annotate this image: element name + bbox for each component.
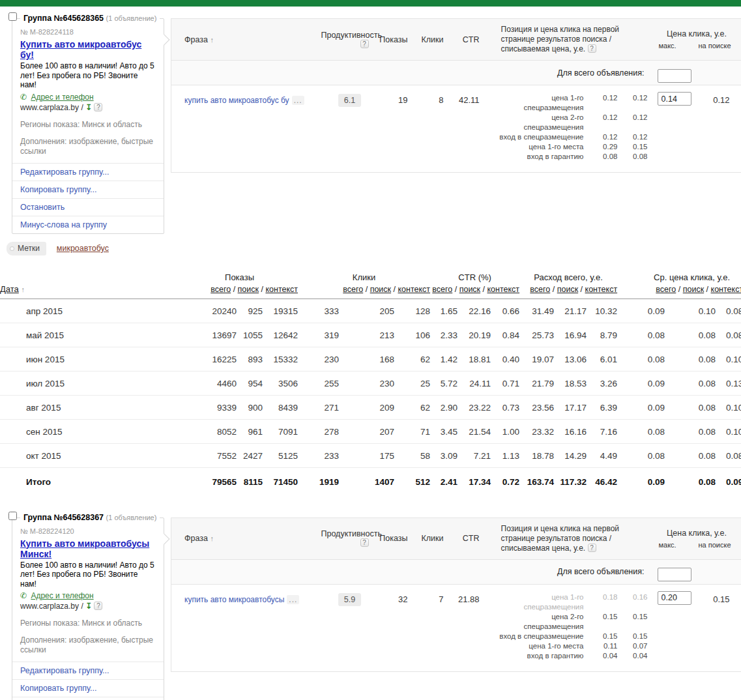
productivity-badge: 5.9 (338, 593, 361, 606)
column-group-ctr: CTR (%) всего / поиск / контекст (430, 265, 519, 299)
phrase-more-menu[interactable]: ... (287, 595, 299, 604)
position-prices: цена 1-го спецразмещения0.180.16 цена 2-… (489, 584, 652, 671)
group1-checkbox[interactable] (8, 12, 17, 21)
stats-total-row: Итого 79565 8115 71450 1919 1407 512 2.4… (0, 467, 741, 495)
link-total[interactable]: всего (343, 285, 363, 294)
clicks-value: 8 (418, 85, 454, 173)
phrase-link[interactable]: купить авто микроавтобусы (184, 595, 284, 604)
subcolumn-on-search: на поиске (698, 42, 731, 50)
column-group-clicks: Клики всего / поиск / контекст (298, 265, 430, 299)
stats-date: май 2015 (0, 323, 181, 347)
monthly-stats-table: Дата ↑ Показы всего / поиск / контекст К… (0, 265, 741, 495)
group2-ad-count: (1 объявление) (106, 514, 157, 521)
ctr-value: 21.88 (454, 584, 489, 671)
help-icon[interactable]: ? (360, 40, 369, 48)
group2-address-phone-link[interactable]: Адрес и телефон (31, 591, 93, 600)
group1-phrase-table: Фраза ↑ Продуктивность ? Показы Клики CT… (171, 18, 741, 173)
group1-card-column: Группа №645628365 (1 объявление) № M-828… (5, 12, 164, 255)
for-all-ad-label: Для всего объявления: (171, 559, 652, 584)
tag-link-mikroavtobus[interactable]: микроавтобус (57, 244, 109, 253)
for-all-ad-label: Для всего объявления: (171, 61, 652, 85)
group1-regions: Регионы показа: Минск и область (20, 120, 156, 129)
clicks-value: 7 (418, 584, 454, 671)
group1-phrase-table-wrap: Фраза ↑ Продуктивность ? Показы Клики CT… (171, 18, 741, 173)
column-header-position: Позиция и цена клика на первой странице … (489, 19, 652, 61)
link-total[interactable]: всего (530, 285, 550, 294)
link-context[interactable]: контекст (585, 285, 618, 294)
help-icon[interactable]: ? (94, 103, 102, 111)
search-price-value: 0.12 (697, 85, 741, 173)
link-search[interactable]: поиск (557, 285, 578, 294)
link-context[interactable]: контекст (487, 285, 520, 294)
group1-additions: Дополнения: изображение, быстрые ссылки (20, 137, 156, 156)
for-all-bid-input[interactable] (658, 69, 691, 83)
subcolumn-on-search: на поиске (698, 541, 731, 549)
date-sort-link[interactable]: Дата (0, 284, 19, 294)
stats-row: окт 2015 7552 2427 5125 233 175 58 3.09 … (0, 443, 741, 467)
column-header-ctr: CTR (454, 518, 489, 559)
stats-row: июл 2015 4460 954 3506 255 230 25 5.72 2… (0, 371, 741, 395)
group2-ad-title-link[interactable]: Купить авто микроавтобусы Минск! (20, 538, 149, 559)
phrase-link[interactable]: купить авто микроавтобус бу (184, 96, 289, 105)
stats-row: авг 2015 9339 900 8439 271 209 62 2.90 2… (0, 395, 741, 419)
group1-card: Группа №645628365 (1 объявление) № M-828… (12, 18, 164, 234)
top-green-bar (0, 0, 741, 7)
group2-checkbox[interactable] (8, 512, 17, 520)
group2-regions: Регионы показа: Минск и область (20, 619, 156, 628)
link-search[interactable]: поиск (459, 285, 480, 294)
group-action-link[interactable]: Остановить (12, 198, 164, 216)
link-context[interactable]: контекст (711, 285, 741, 294)
column-header-click-price: Цена клика, у.е. макс. на поиске (652, 19, 741, 61)
column-group-shows: Показы всего / поиск / контекст (181, 265, 298, 299)
group-action-link[interactable]: Минус-слова на группу (12, 216, 164, 233)
group1-ad-text: Более 100 авто в наличии! Авто до 5 лет!… (20, 61, 156, 90)
help-icon[interactable]: ? (360, 538, 369, 547)
stats-row: апр 2015 20240 925 19315 333 205 128 1.6… (0, 299, 741, 323)
column-header-productivity: Продуктивность ? (321, 19, 379, 61)
group-action-link[interactable]: Остановить (12, 697, 164, 700)
link-search[interactable]: поиск (683, 285, 704, 294)
column-header-phrase[interactable]: Фраза ↑ (171, 518, 321, 559)
group2-title-text: Группа №645628367 (23, 513, 104, 522)
group-action-link[interactable]: Редактировать группу... (12, 662, 164, 679)
column-group-spend: Расход всего, у.е. всего / поиск / конте… (519, 265, 617, 299)
group-section-2: Группа №645628367 (1 объявление) № M-828… (0, 506, 741, 700)
max-bid-input[interactable] (658, 591, 691, 605)
help-icon[interactable]: ? (588, 44, 596, 53)
stats-date: окт 2015 (0, 443, 181, 467)
group1-ad-id: № M-828224118 (20, 28, 156, 36)
link-total[interactable]: всего (656, 285, 676, 294)
group2-ad-text: Более 100 авто в наличии! Авто до 5 лет!… (20, 561, 156, 589)
group1-site-row: www.carplaza.by / ↧ ? (20, 103, 156, 112)
link-context[interactable]: контекст (265, 285, 298, 294)
vcard-download-icon[interactable]: ↧ (85, 103, 92, 112)
link-total[interactable]: всего (211, 285, 231, 294)
for-all-bid-input[interactable] (658, 568, 691, 581)
column-header-shows: Показы (379, 518, 418, 559)
column-header-shows: Показы (379, 19, 418, 61)
labels-button[interactable]: Метки (7, 242, 46, 255)
phrase-more-menu[interactable]: ... (292, 96, 304, 105)
help-icon[interactable]: ? (94, 602, 102, 610)
group2-card-arrow (159, 533, 170, 544)
subcolumn-max: макс. (659, 541, 676, 549)
group-action-link[interactable]: Копировать группу... (12, 679, 164, 697)
link-search[interactable]: поиск (370, 285, 391, 294)
group1-address-phone-link[interactable]: Адрес и телефон (31, 93, 93, 102)
vcard-download-icon[interactable]: ↧ (85, 602, 92, 611)
max-bid-input[interactable] (658, 92, 691, 106)
group1-ad-title-link[interactable]: Купить авто микроавтобус бу! (20, 39, 141, 60)
link-search[interactable]: поиск (238, 285, 259, 294)
sort-asc-icon: ↑ (210, 534, 214, 542)
column-header-productivity: Продуктивность ? (321, 518, 379, 559)
stats-date: сен 2015 (0, 419, 181, 443)
column-header-phrase[interactable]: Фраза ↑ (171, 19, 321, 61)
link-context[interactable]: контекст (398, 285, 430, 294)
help-icon[interactable]: ? (588, 544, 596, 552)
group2-actions: Редактировать группу...Копировать группу… (12, 662, 164, 700)
group2-additions: Дополнения: изображение, быстрые ссылки (20, 635, 156, 655)
group-action-link[interactable]: Редактировать группу... (12, 163, 164, 181)
group2-phrase-table: Фраза ↑ Продуктивность ? Показы Клики CT… (171, 518, 741, 672)
link-total[interactable]: всего (432, 285, 452, 294)
group-action-link[interactable]: Копировать группу... (12, 181, 164, 198)
